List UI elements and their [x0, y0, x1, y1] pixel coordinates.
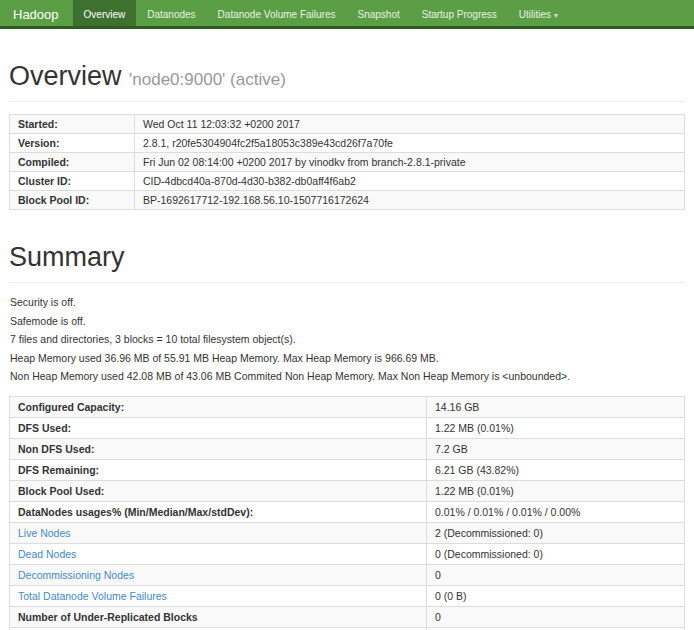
version-label: Version: — [10, 134, 135, 153]
non-heap-memory-text: Non Heap Memory used 42.08 MB of 43.06 M… — [10, 370, 684, 382]
dfs-remaining-value: 6.21 GB (43.82%) — [427, 460, 685, 481]
dead-nodes-value: 0 (Decommissioned: 0) — [427, 544, 685, 565]
total-datanode-volume-failures-value: 0 (0 B) — [427, 586, 685, 607]
table-row: Live Nodes 2 (Decommissioned: 0) — [10, 523, 685, 544]
live-nodes-value: 2 (Decommissioned: 0) — [427, 523, 685, 544]
nav-tab-startup-progress[interactable]: Startup Progress — [411, 0, 508, 26]
block-pool-id-label: Block Pool ID: — [10, 191, 135, 210]
started-label: Started: — [10, 115, 135, 134]
block-pool-id-value: BP-1692617712-192.168.56.10-150771617262… — [135, 191, 685, 210]
overview-title: Overview — [9, 61, 122, 91]
table-row: Configured Capacity: 14.16 GB — [10, 397, 685, 418]
cluster-id-value: CID-4dbcd40a-870d-4d30-b382-db0aff4f6ab2 — [135, 172, 685, 191]
nav-dropdown-utilities[interactable]: Utilities▾ — [508, 0, 569, 26]
overview-heading: Overview 'node0:9000' (active) — [9, 61, 685, 102]
table-row: Number of Under-Replicated Blocks 0 — [10, 607, 685, 628]
datanodes-usages-label: DataNodes usages% (Min/Median/Max/stdDev… — [10, 502, 427, 523]
table-row: Compiled: Fri Jun 02 08:14:00 +0200 2017… — [10, 153, 685, 172]
table-row: DFS Used: 1.22 MB (0.01%) — [10, 418, 685, 439]
live-nodes-link[interactable]: Live Nodes — [18, 527, 71, 539]
nav-tab-overview[interactable]: Overview — [73, 0, 137, 26]
utilities-label: Utilities — [519, 9, 551, 20]
configured-capacity-label: Configured Capacity: — [10, 397, 427, 418]
nav-tab-snapshot[interactable]: Snapshot — [346, 0, 410, 26]
block-pool-used-value: 1.22 MB (0.01%) — [427, 481, 685, 502]
dfs-used-label: DFS Used: — [10, 418, 427, 439]
table-row: Block Pool ID: BP-1692617712-192.168.56.… — [10, 191, 685, 210]
dead-nodes-link[interactable]: Dead Nodes — [18, 548, 76, 560]
nav-tab-datanodes[interactable]: Datanodes — [136, 0, 206, 26]
table-row: DFS Remaining: 6.21 GB (43.82%) — [10, 460, 685, 481]
nav-tab-datanode-volume-failures[interactable]: Datanode Volume Failures — [207, 0, 347, 26]
under-replicated-blocks-value: 0 — [427, 607, 685, 628]
table-row: Total Datanode Volume Failures 0 (0 B) — [10, 586, 685, 607]
filesystem-objects-text: 7 files and directories, 3 blocks = 10 t… — [10, 333, 684, 345]
non-dfs-used-value: 7.2 GB — [427, 439, 685, 460]
decommissioning-nodes-value: 0 — [427, 565, 685, 586]
compiled-value: Fri Jun 02 08:14:00 +0200 2017 by vinodk… — [135, 153, 685, 172]
summary-title: Summary — [9, 242, 125, 272]
table-row: Started: Wed Oct 11 12:03:32 +0200 2017 — [10, 115, 685, 134]
security-status-text: Security is off. — [10, 296, 684, 308]
caret-down-icon: ▾ — [554, 11, 558, 20]
dfs-used-value: 1.22 MB (0.01%) — [427, 418, 685, 439]
dfs-remaining-label: DFS Remaining: — [10, 460, 427, 481]
namenode-address-subtitle: 'node0:9000' (active) — [129, 70, 286, 89]
compiled-label: Compiled: — [10, 153, 135, 172]
summary-heading: Summary — [9, 242, 685, 283]
datanodes-usages-value: 0.01% / 0.01% / 0.01% / 0.00% — [427, 502, 685, 523]
decommissioning-nodes-link[interactable]: Decommissioning Nodes — [18, 569, 134, 581]
summary-notes: Security is off. Safemode is off. 7 file… — [10, 296, 684, 382]
configured-capacity-value: 14.16 GB — [427, 397, 685, 418]
hadoop-brand[interactable]: Hadoop — [0, 0, 73, 26]
top-navbar: Hadoop Overview Datanodes Datanode Volum… — [0, 0, 694, 29]
table-row: Cluster ID: CID-4dbcd40a-870d-4d30-b382-… — [10, 172, 685, 191]
total-datanode-volume-failures-link[interactable]: Total Datanode Volume Failures — [18, 590, 167, 602]
table-row: Block Pool Used: 1.22 MB (0.01%) — [10, 481, 685, 502]
non-dfs-used-label: Non DFS Used: — [10, 439, 427, 460]
namenode-info-table: Started: Wed Oct 11 12:03:32 +0200 2017 … — [9, 114, 685, 210]
heap-memory-text: Heap Memory used 36.96 MB of 55.91 MB He… — [10, 352, 684, 364]
table-row: Decommissioning Nodes 0 — [10, 565, 685, 586]
under-replicated-blocks-label: Number of Under-Replicated Blocks — [10, 607, 427, 628]
safemode-status-text: Safemode is off. — [10, 315, 684, 327]
version-value: 2.8.1, r20fe5304904fc2f5a18053c389e43cd2… — [135, 134, 685, 153]
table-row: DataNodes usages% (Min/Median/Max/stdDev… — [10, 502, 685, 523]
started-value: Wed Oct 11 12:03:32 +0200 2017 — [135, 115, 685, 134]
summary-stats-table: Configured Capacity: 14.16 GB DFS Used: … — [9, 396, 685, 630]
cluster-id-label: Cluster ID: — [10, 172, 135, 191]
table-row: Non DFS Used: 7.2 GB — [10, 439, 685, 460]
block-pool-used-label: Block Pool Used: — [10, 481, 427, 502]
table-row: Dead Nodes 0 (Decommissioned: 0) — [10, 544, 685, 565]
table-row: Version: 2.8.1, r20fe5304904fc2f5a18053c… — [10, 134, 685, 153]
main-content: Overview 'node0:9000' (active) Started: … — [0, 61, 694, 630]
